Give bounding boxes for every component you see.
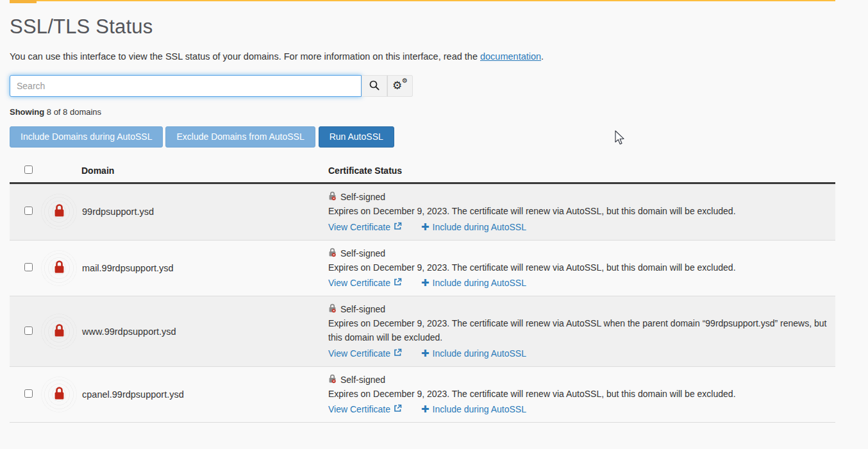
- showing-label: Showing: [10, 107, 44, 117]
- view-certificate-label: View Certificate: [328, 222, 390, 232]
- view-certificate-link[interactable]: View Certificate: [328, 222, 402, 232]
- status-label: Self-signed: [340, 192, 385, 202]
- top-accent-block: [10, 0, 37, 3]
- search-settings-button[interactable]: ⚙⚙: [387, 75, 413, 97]
- include-link-label: Include during AutoSSL: [433, 278, 526, 288]
- top-accent-bar: [10, 0, 835, 1]
- domain-name: 99rdpsupport.ysd: [82, 207, 154, 217]
- include-during-autossl-link[interactable]: ✚Include during AutoSSL: [421, 403, 526, 415]
- status-label: Self-signed: [340, 248, 385, 258]
- red-lock-icon: [53, 323, 65, 340]
- view-certificate-link[interactable]: View Certificate: [328, 348, 402, 359]
- page-title: SSL/TLS Status: [10, 15, 835, 38]
- status-detail: Expires on December 9, 2023. The certifi…: [328, 317, 831, 344]
- description-period: .: [541, 51, 544, 62]
- row-checkbox[interactable]: [24, 389, 33, 398]
- search-input[interactable]: [10, 75, 362, 97]
- include-link-label: Include during AutoSSL: [433, 348, 526, 359]
- self-signed-lock-icon: [328, 303, 337, 315]
- view-certificate-link[interactable]: View Certificate: [328, 278, 402, 288]
- table-row: www.99rdpsupport.ysd Self-signed Expires…: [10, 296, 835, 366]
- plus-icon: ✚: [421, 277, 430, 289]
- search-button[interactable]: [362, 75, 387, 97]
- run-autossl-button[interactable]: Run AutoSSL: [319, 126, 394, 148]
- include-domains-button[interactable]: Include Domains during AutoSSL: [10, 126, 163, 148]
- autossl-toolbar: Include Domains during AutoSSL Exclude D…: [10, 126, 835, 148]
- status-detail: Expires on December 9, 2023. The certifi…: [328, 387, 831, 402]
- status-label: Self-signed: [340, 304, 385, 314]
- row-checkbox[interactable]: [24, 207, 33, 215]
- showing-count: 8 of 8 domains: [44, 107, 101, 117]
- self-signed-lock-icon: [328, 191, 337, 203]
- search-row: ⚙⚙: [10, 75, 835, 97]
- description-text: You can use this interface to view the S…: [10, 51, 480, 62]
- status-label: Self-signed: [340, 375, 385, 385]
- documentation-link[interactable]: documentation: [480, 51, 541, 62]
- table-row: cpanel.99rdpsupport.ysd Self-signed Expi…: [10, 366, 835, 423]
- external-link-icon: [394, 222, 402, 232]
- gears-icon: ⚙⚙: [394, 80, 406, 92]
- row-checkbox[interactable]: [24, 326, 33, 335]
- row-checkbox[interactable]: [24, 263, 33, 271]
- domain-table-body: 99rdpsupport.ysd Self-signed Expires on …: [10, 183, 835, 423]
- red-lock-icon: [53, 386, 65, 403]
- select-all-checkbox[interactable]: [24, 165, 33, 174]
- domain-name: cpanel.99rdpsupport.ysd: [82, 389, 184, 400]
- self-signed-lock-icon: [328, 374, 337, 385]
- include-during-autossl-link[interactable]: ✚Include during AutoSSL: [421, 277, 526, 289]
- lock-ripple: [41, 314, 77, 350]
- ssl-tls-status-page: SSL/TLS Status You can use this interfac…: [10, 15, 835, 423]
- plus-icon: ✚: [421, 221, 430, 233]
- results-summary: Showing 8 of 8 domains: [10, 107, 835, 117]
- lock-ripple: [41, 377, 77, 412]
- red-lock-icon: [53, 260, 65, 276]
- include-link-label: Include during AutoSSL: [433, 222, 526, 232]
- page-description: You can use this interface to view the S…: [10, 51, 835, 62]
- lock-ripple: [41, 194, 77, 230]
- status-column-header: Certificate Status: [328, 160, 835, 183]
- include-during-autossl-link[interactable]: ✚Include during AutoSSL: [421, 221, 526, 233]
- domains-table: Domain Certificate Status 99rdpsupport.y…: [10, 160, 835, 423]
- status-detail: Expires on December 9, 2023. The certifi…: [328, 261, 831, 275]
- domain-column-header: Domain: [81, 160, 328, 183]
- plus-icon: ✚: [421, 403, 430, 415]
- include-during-autossl-link[interactable]: ✚Include during AutoSSL: [421, 348, 526, 359]
- domain-name: mail.99rdpsupport.ysd: [82, 263, 174, 273]
- external-link-icon: [394, 348, 402, 359]
- view-certificate-label: View Certificate: [328, 348, 390, 359]
- table-row: mail.99rdpsupport.ysd Self-signed Expire…: [10, 240, 835, 296]
- table-row: 99rdpsupport.ysd Self-signed Expires on …: [10, 183, 835, 241]
- include-link-label: Include during AutoSSL: [433, 404, 526, 414]
- domain-name: www.99rdpsupport.ysd: [82, 326, 176, 337]
- table-header-row: Domain Certificate Status: [10, 160, 835, 183]
- lock-column-header: [40, 160, 81, 183]
- view-certificate-label: View Certificate: [328, 278, 390, 288]
- search-icon: [369, 80, 380, 92]
- status-detail: Expires on December 9, 2023. The certifi…: [328, 205, 831, 219]
- self-signed-lock-icon: [328, 248, 337, 259]
- lock-ripple: [41, 250, 77, 286]
- external-link-icon: [394, 404, 402, 414]
- red-lock-icon: [53, 203, 65, 220]
- plus-icon: ✚: [421, 348, 430, 359]
- exclude-domains-button[interactable]: Exclude Domains from AutoSSL: [165, 126, 315, 148]
- view-certificate-label: View Certificate: [328, 404, 390, 414]
- view-certificate-link[interactable]: View Certificate: [328, 404, 402, 414]
- external-link-icon: [394, 278, 402, 288]
